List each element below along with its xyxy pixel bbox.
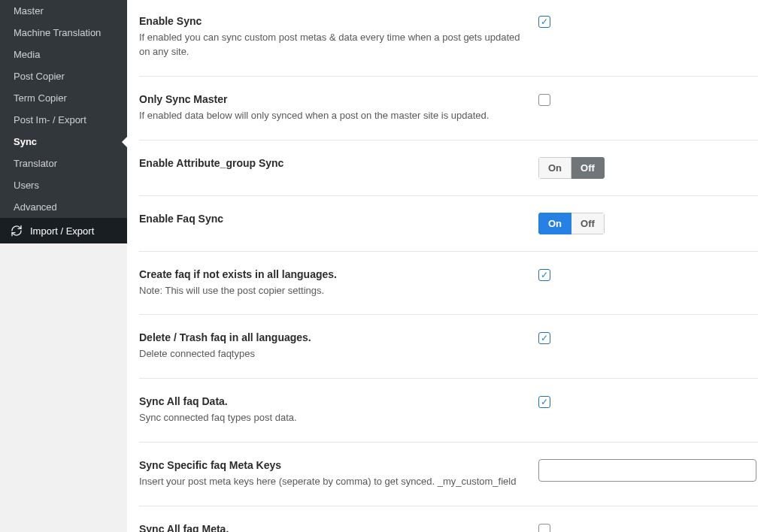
setting-desc: Sync connected faq types post data.	[139, 411, 526, 425]
setting-desc: If enabled you can sync custom post meta…	[139, 31, 526, 59]
setting-label: Enable Attribute_group Sync	[139, 157, 538, 173]
sidebar-item-label: Term Copier	[14, 92, 67, 104]
setting-control: ✓	[538, 331, 758, 345]
sidebar-item-label: Import / Export	[30, 225, 94, 237]
setting-title: Sync Specific faq Meta Keys	[139, 459, 526, 471]
sidebar-item-post-im-export[interactable]: Post Im- / Export	[0, 109, 127, 131]
setting-desc: Delete connected faqtypes	[139, 347, 526, 361]
sidebar-item-label: Post Im- / Export	[14, 114, 86, 125]
setting-row-sync-specific-meta-keys: Sync Specific faq Meta Keys Insert your …	[139, 443, 758, 506]
toggle-on[interactable]: On	[538, 157, 571, 179]
sidebar-submenu: Master Machine Translation Media Post Co…	[0, 0, 127, 218]
checkbox-enable-sync[interactable]: ✓	[538, 16, 550, 28]
setting-row-only-sync-master: Only Sync Master If enabled data below w…	[139, 77, 758, 141]
sidebar-item-media[interactable]: Media	[0, 44, 127, 65]
setting-label: Sync All faq Meta. Sync all faq post met…	[139, 523, 538, 532]
setting-control: On Off	[538, 213, 758, 234]
setting-row-create-faq: Create faq if not exists in all language…	[139, 252, 758, 316]
checkmark-icon: ✓	[541, 334, 548, 343]
sidebar-item-label: Sync	[14, 136, 37, 147]
setting-title: Only Sync Master	[139, 93, 526, 105]
setting-label: Enable Faq Sync	[139, 213, 538, 228]
setting-label: Sync Specific faq Meta Keys Insert your …	[139, 459, 538, 489]
sidebar-item-sync[interactable]: Sync	[0, 131, 127, 153]
setting-control: On Off	[538, 157, 758, 179]
toggle-on[interactable]: On	[538, 213, 571, 234]
setting-control	[538, 459, 758, 482]
setting-desc: If enabled data below will only synced w…	[139, 109, 526, 123]
setting-desc: Insert your post meta keys here (seperat…	[139, 475, 526, 489]
sidebar-item-label: Translator	[14, 158, 57, 169]
sidebar-item-import-export[interactable]: Import / Export	[0, 218, 127, 243]
toggle-attribute-group-sync: On Off	[538, 157, 605, 179]
sidebar-item-machine-translation[interactable]: Machine Translation	[0, 22, 127, 44]
setting-row-enable-sync: Enable Sync If enabled you can sync cust…	[139, 0, 758, 77]
sidebar-fill	[0, 243, 127, 532]
checkmark-icon: ✓	[541, 17, 548, 26]
sidebar-item-label: Media	[14, 49, 40, 60]
sidebar-item-label: Advanced	[14, 201, 57, 213]
sidebar: Master Machine Translation Media Post Co…	[0, 0, 127, 532]
setting-control: ✓	[538, 268, 758, 282]
setting-title: Enable Sync	[139, 15, 526, 27]
setting-control: ✓	[538, 523, 758, 532]
toggle-off[interactable]: Off	[571, 213, 605, 234]
sidebar-item-label: Users	[14, 180, 39, 191]
setting-row-sync-all-faq-meta: Sync All faq Meta. Sync all faq post met…	[139, 506, 758, 532]
sidebar-item-translator[interactable]: Translator	[0, 153, 127, 174]
sidebar-item-term-copier[interactable]: Term Copier	[0, 87, 127, 109]
sidebar-item-users[interactable]: Users	[0, 174, 127, 196]
setting-label: Delete / Trash faq in all languages. Del…	[139, 331, 538, 361]
sidebar-item-advanced[interactable]: Advanced	[0, 196, 127, 218]
setting-title: Enable Attribute_group Sync	[139, 157, 526, 169]
toggle-faq-sync: On Off	[538, 213, 605, 234]
setting-row-enable-attribute-group-sync: Enable Attribute_group Sync On Off	[139, 141, 758, 196]
setting-control: ✓	[538, 15, 758, 29]
setting-title: Sync All faq Data.	[139, 395, 526, 407]
sidebar-item-label: Post Copier	[14, 71, 65, 82]
checkbox-delete-faq[interactable]: ✓	[538, 332, 550, 344]
setting-title: Sync All faq Meta.	[139, 523, 526, 532]
setting-title: Create faq if not exists in all language…	[139, 268, 526, 280]
setting-title: Enable Faq Sync	[139, 213, 526, 225]
setting-control: ✓	[538, 395, 758, 409]
checkbox-only-sync-master[interactable]: ✓	[538, 94, 550, 106]
refresh-icon	[9, 225, 24, 237]
input-sync-specific-meta-keys[interactable]	[538, 459, 756, 482]
checkbox-sync-all-faq-meta[interactable]: ✓	[538, 524, 550, 532]
setting-label: Sync All faq Data. Sync connected faq ty…	[139, 395, 538, 425]
checkbox-create-faq[interactable]: ✓	[538, 269, 550, 281]
toggle-off[interactable]: Off	[571, 157, 605, 179]
sidebar-item-label: Machine Translation	[14, 27, 101, 38]
settings-panel: Enable Sync If enabled you can sync cust…	[127, 0, 770, 532]
checkmark-icon: ✓	[541, 397, 548, 407]
setting-label: Create faq if not exists in all language…	[139, 268, 538, 298]
setting-label: Enable Sync If enabled you can sync cust…	[139, 15, 538, 59]
sidebar-item-label: Master	[14, 5, 44, 17]
setting-label: Only Sync Master If enabled data below w…	[139, 93, 538, 123]
checkmark-icon: ✓	[541, 271, 548, 280]
sidebar-item-master[interactable]: Master	[0, 0, 127, 22]
setting-title: Delete / Trash faq in all languages.	[139, 331, 526, 343]
setting-control: ✓	[538, 93, 758, 107]
sidebar-item-post-copier[interactable]: Post Copier	[0, 65, 127, 87]
setting-row-enable-faq-sync: Enable Faq Sync On Off	[139, 196, 758, 252]
setting-desc: Note: This will use the post copier sett…	[139, 284, 526, 298]
setting-row-delete-faq: Delete / Trash faq in all languages. Del…	[139, 315, 758, 379]
checkbox-sync-all-faq-data[interactable]: ✓	[538, 396, 550, 408]
setting-row-sync-all-faq-data: Sync All faq Data. Sync connected faq ty…	[139, 379, 758, 443]
